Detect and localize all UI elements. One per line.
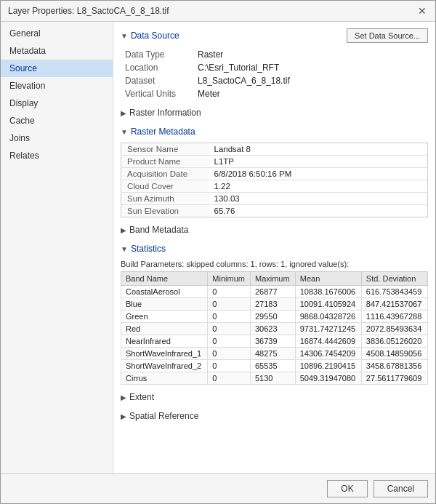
table-cell: 30623 bbox=[250, 323, 295, 335]
table-cell: NearInfrared bbox=[121, 335, 208, 348]
table-cell: 29550 bbox=[250, 311, 295, 323]
table-cell: Blue bbox=[121, 298, 208, 311]
title-bar: Layer Properties: L8_SactoCA_6_8_18.tif … bbox=[1, 1, 435, 22]
prop-label: Location bbox=[121, 61, 193, 74]
prop-value: 6/8/2018 6:50:16 PM bbox=[209, 168, 428, 180]
table-cell: 27183 bbox=[250, 298, 295, 311]
prop-value: 65.76 bbox=[209, 205, 428, 217]
raster-information-section-toggle[interactable]: ▶ Raster Information bbox=[121, 105, 428, 121]
table-cell: 0 bbox=[208, 360, 251, 372]
table-row: CoastalAerosol02687710838.1676006616.753… bbox=[121, 286, 428, 298]
stats-column-header: Band Name bbox=[121, 272, 208, 286]
spatial-reference-title: Spatial Reference bbox=[129, 411, 198, 421]
table-cell: 16874.4442609 bbox=[295, 335, 361, 348]
raster-information-title: Raster Information bbox=[129, 108, 201, 118]
table-cell: 0 bbox=[208, 335, 251, 348]
table-cell: 26877 bbox=[250, 286, 295, 298]
table-cell: 10091.4105924 bbox=[295, 298, 361, 311]
prop-value: C:\Esri_Tutorial_RFT bbox=[193, 61, 428, 74]
table-cell: 5130 bbox=[250, 372, 295, 385]
table-cell: 4508.14859056 bbox=[361, 348, 427, 360]
sidebar-item-metadata[interactable]: Metadata bbox=[1, 42, 113, 60]
prop-label: Sun Elevation bbox=[121, 205, 209, 217]
table-row: ShortWaveInfrared_104827514306.745420945… bbox=[121, 348, 428, 360]
table-cell: 616.753843459 bbox=[361, 286, 427, 298]
extent-arrow: ▶ bbox=[121, 393, 126, 401]
set-data-source-button[interactable]: Set Data Source... bbox=[347, 28, 428, 43]
table-row: Vertical UnitsMeter bbox=[121, 87, 428, 100]
prop-label: Product Name bbox=[121, 156, 209, 168]
table-cell: 10896.2190415 bbox=[295, 360, 361, 372]
table-cell: 0 bbox=[208, 311, 251, 323]
prop-value: 130.03 bbox=[209, 193, 428, 205]
table-row: Green0295509868.043287261116.43967288 bbox=[121, 311, 428, 323]
table-cell: 1116.43967288 bbox=[361, 311, 427, 323]
table-cell: 0 bbox=[208, 348, 251, 360]
prop-label: Cloud Cover bbox=[121, 180, 209, 193]
spatial-ref-arrow: ▶ bbox=[121, 412, 126, 420]
cancel-button[interactable]: Cancel bbox=[374, 480, 428, 497]
table-cell: 847.421537067 bbox=[361, 298, 427, 311]
statistics-section-toggle[interactable]: ▼ Statistics bbox=[121, 241, 428, 257]
table-cell: 10838.1676006 bbox=[295, 286, 361, 298]
raster-metadata-section-toggle[interactable]: ▼ Raster Metadata bbox=[121, 124, 428, 140]
raster-info-arrow: ▶ bbox=[121, 109, 126, 117]
stats-column-header: Minimum bbox=[208, 272, 251, 286]
sidebar-item-general[interactable]: General bbox=[1, 25, 113, 42]
table-cell: CoastalAerosol bbox=[121, 286, 208, 298]
table-row: ShortWaveInfrared_206553510896.219041534… bbox=[121, 360, 428, 372]
table-row: Blue02718310091.4105924847.421537067 bbox=[121, 298, 428, 311]
data-source-section-toggle[interactable]: ▼ Data Source bbox=[121, 28, 179, 44]
table-cell: 48275 bbox=[250, 348, 295, 360]
table-cell: 0 bbox=[208, 286, 251, 298]
table-row: Cirrus051305049.3194708027.5611779609 bbox=[121, 372, 428, 385]
ok-button[interactable]: OK bbox=[327, 480, 367, 497]
extent-title: Extent bbox=[129, 392, 154, 402]
extent-section-toggle[interactable]: ▶ Extent bbox=[121, 389, 428, 405]
prop-label: Dataset bbox=[121, 74, 193, 87]
table-row: LocationC:\Esri_Tutorial_RFT bbox=[121, 61, 428, 74]
main-content: ▼ Data Source Set Data Source... Data Ty… bbox=[113, 22, 435, 473]
raster-metadata-table: Sensor NameLandsat 8Product NameL1TPAcqu… bbox=[121, 143, 428, 217]
sidebar-item-elevation[interactable]: Elevation bbox=[1, 77, 113, 95]
prop-label: Sun Azimuth bbox=[121, 193, 209, 205]
table-row: Product NameL1TP bbox=[121, 156, 428, 168]
raster-metadata-arrow: ▼ bbox=[121, 128, 128, 136]
table-cell: ShortWaveInfrared_2 bbox=[121, 360, 208, 372]
table-cell: Cirrus bbox=[121, 372, 208, 385]
band-metadata-section-toggle[interactable]: ▶ Band Metadata bbox=[121, 222, 428, 238]
spatial-reference-section-toggle[interactable]: ▶ Spatial Reference bbox=[121, 408, 428, 424]
table-cell: ShortWaveInfrared_1 bbox=[121, 348, 208, 360]
table-cell: 0 bbox=[208, 298, 251, 311]
prop-label: Acquisition Date bbox=[121, 168, 209, 180]
table-cell: 3458.67881356 bbox=[361, 360, 427, 372]
table-row: Sensor NameLandsat 8 bbox=[121, 143, 428, 156]
prop-value: Raster bbox=[193, 48, 428, 61]
table-row: Cloud Cover1.22 bbox=[121, 180, 428, 193]
dialog-footer: OK Cancel bbox=[1, 473, 435, 503]
sidebar-item-relates[interactable]: Relates bbox=[1, 147, 113, 164]
sidebar-item-joins[interactable]: Joins bbox=[1, 129, 113, 147]
sidebar-item-cache[interactable]: Cache bbox=[1, 112, 113, 129]
table-row: Sun Azimuth130.03 bbox=[121, 193, 428, 205]
prop-label: Vertical Units bbox=[121, 87, 193, 100]
sidebar-item-display[interactable]: Display bbox=[1, 95, 113, 112]
statistics-arrow: ▼ bbox=[121, 245, 128, 253]
sidebar: GeneralMetadataSourceElevationDisplayCac… bbox=[1, 22, 113, 473]
prop-value: L1TP bbox=[209, 156, 428, 168]
table-cell: 5049.31947080 bbox=[295, 372, 361, 385]
data-source-arrow: ▼ bbox=[121, 32, 128, 40]
close-button[interactable]: ✕ bbox=[416, 5, 428, 17]
table-cell: Red bbox=[121, 323, 208, 335]
dialog-title: Layer Properties: L8_SactoCA_6_8_18.tif bbox=[8, 6, 169, 16]
table-row: Data TypeRaster bbox=[121, 48, 428, 61]
table-row: Acquisition Date6/8/2018 6:50:16 PM bbox=[121, 168, 428, 180]
table-cell: 65535 bbox=[250, 360, 295, 372]
sidebar-item-source[interactable]: Source bbox=[1, 60, 113, 77]
prop-value: 1.22 bbox=[209, 180, 428, 193]
table-cell: 27.5611779609 bbox=[361, 372, 427, 385]
stats-column-header: Std. Deviation bbox=[361, 272, 427, 286]
statistics-title: Statistics bbox=[131, 244, 166, 254]
table-cell: 0 bbox=[208, 372, 251, 385]
layer-properties-dialog: Layer Properties: L8_SactoCA_6_8_18.tif … bbox=[0, 0, 436, 504]
